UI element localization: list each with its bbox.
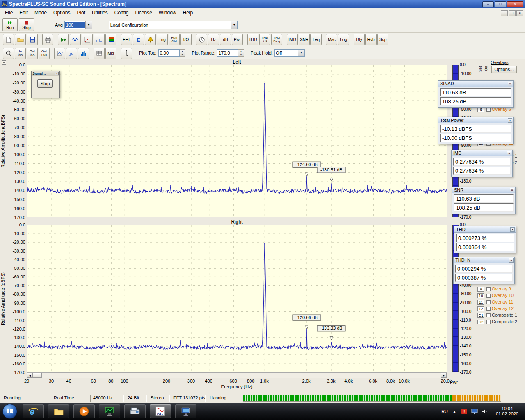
step-display-button[interactable]	[66, 48, 77, 59]
io-device-button[interactable]: I/O	[180, 34, 192, 45]
spectrogram-view-button[interactable]	[105, 34, 116, 45]
stop-button[interactable]: Stop	[19, 18, 34, 31]
tray-volume-icon[interactable]	[482, 408, 488, 415]
window-maximize-button[interactable]: □	[495, 1, 506, 7]
marker-button[interactable]: Mkr	[105, 48, 116, 59]
menu-edit[interactable]: Edit	[16, 9, 31, 17]
overlay-on-checkbox[interactable]	[486, 294, 491, 298]
scope-button[interactable]: Scp	[377, 34, 388, 45]
chevron-down-icon[interactable]: ▼	[298, 50, 304, 56]
menu-license[interactable]: License	[132, 9, 155, 17]
plot-horizontal-scrollbar[interactable]: ◄►	[27, 372, 447, 378]
scrollbar-thumb[interactable]	[33, 373, 42, 378]
spectraplus-button[interactable]: SC	[150, 404, 171, 418]
overlay-number-box[interactable]: 9	[477, 287, 484, 292]
network-monitor-button[interactable]	[99, 404, 120, 418]
fft-settings-button[interactable]: FFT	[121, 34, 132, 45]
menu-utilities[interactable]: Utilities	[89, 9, 111, 17]
imd-button[interactable]: IMD	[287, 34, 298, 45]
new-file-button[interactable]	[3, 34, 14, 45]
menu-plot[interactable]: Plot	[73, 9, 89, 17]
zoom-out-half-button[interactable]: Out½X	[27, 48, 38, 59]
imaging-app-button[interactable]	[124, 404, 146, 418]
phase-view-button[interactable]	[82, 34, 93, 45]
reverb-button[interactable]: Rvb	[365, 34, 377, 45]
peak-hold-combo[interactable]: Off▼	[274, 49, 305, 57]
signal-dialog-close-icon[interactable]: ×	[55, 72, 59, 75]
zoom-in-half-button[interactable]: In½X	[15, 48, 26, 59]
tray-display-icon[interactable]	[471, 408, 478, 415]
overlay-on-checkbox[interactable]	[486, 107, 491, 112]
overlay-number-box[interactable]: 12	[477, 306, 484, 311]
thd-button[interactable]: THD	[247, 34, 258, 45]
plot-top-spinner[interactable]: ▲▼	[180, 49, 185, 57]
overlay-on-checkbox[interactable]	[486, 313, 491, 317]
media-player-button[interactable]	[73, 404, 95, 418]
menu-file[interactable]: File	[2, 9, 16, 17]
tray-expand-icon[interactable]: ▲	[453, 410, 456, 413]
print-button[interactable]	[42, 34, 53, 45]
panel-thd-n-close-icon[interactable]: ×	[509, 258, 514, 262]
zoom-out-full-button[interactable]: OutFull	[39, 48, 50, 59]
spectrum-view-button[interactable]	[94, 34, 105, 45]
plot-top-input[interactable]: 0.00	[158, 49, 180, 57]
panel-sinad-close-icon[interactable]: ×	[508, 82, 512, 86]
scroll-left-button[interactable]: ◄	[27, 373, 33, 378]
overlay-on-checkbox[interactable]	[486, 287, 491, 291]
internet-explorer-button[interactable]: e	[23, 404, 44, 418]
collapse-plot-button[interactable]: −	[2, 60, 6, 65]
logging-button[interactable]: Log	[338, 34, 349, 45]
save-button[interactable]	[27, 34, 38, 45]
signal-stop-button[interactable]: Stop	[37, 79, 53, 88]
load-configuration-combo[interactable]: Load Configuration ▼	[109, 21, 238, 29]
overlay-number-box[interactable]: C1	[477, 313, 484, 318]
run-button[interactable]: Run	[2, 18, 18, 31]
mdi-minimize-button[interactable]: −	[501, 10, 508, 16]
snr-button[interactable]: SNR	[299, 34, 310, 45]
menu-help[interactable]: Help	[180, 9, 196, 17]
menu-window[interactable]: Window	[155, 9, 180, 17]
windows-explorer-button[interactable]	[48, 404, 69, 418]
scroll-right-button[interactable]: ►	[441, 373, 447, 378]
language-indicator[interactable]: RU	[441, 409, 448, 414]
menu-config[interactable]: Config	[111, 9, 132, 17]
data-readout-button[interactable]	[94, 48, 105, 59]
line-display-button[interactable]	[54, 48, 65, 59]
menu-options[interactable]: Options	[50, 9, 73, 17]
zoom-button[interactable]	[3, 48, 14, 59]
left-spectrum-plot[interactable]: -124.60 dB-130.51 dB	[27, 65, 447, 217]
overlay-options-button[interactable]: Options...	[491, 66, 517, 73]
frequency-units-button[interactable]: Hz	[208, 34, 219, 45]
run-control-button[interactable]: RunCtrl	[169, 34, 180, 45]
overlay-number-box[interactable]: 11	[477, 300, 484, 305]
open-file-button[interactable]	[15, 34, 26, 45]
right-spectrum-plot[interactable]: -120.66 dB-133.33 dB	[27, 225, 447, 372]
taskbar-clock[interactable]: 10:0401.02.2020	[496, 406, 518, 417]
overlay-on-checkbox[interactable]	[486, 320, 491, 324]
thd-freq-button[interactable]: THDFreq	[271, 34, 282, 45]
vertical-range-button[interactable]	[121, 48, 132, 59]
averages-combo[interactable]: 100 ▼	[64, 21, 92, 29]
menu-mode[interactable]: Mode	[31, 9, 50, 17]
window-close-button[interactable]: ×	[507, 1, 523, 7]
histogram-display-button[interactable]	[78, 48, 89, 59]
overlay-number-box[interactable]: 10	[477, 293, 484, 298]
power-button[interactable]: Pwr	[232, 34, 243, 45]
tray-alert-icon[interactable]: !	[461, 408, 468, 415]
plot-range-input[interactable]: 170.0	[217, 49, 238, 57]
window-minimize-button[interactable]: −	[482, 1, 494, 7]
start-button[interactable]	[2, 404, 17, 419]
mdi-restore-button[interactable]: □	[509, 10, 516, 16]
trigger-button[interactable]: Trig	[157, 34, 168, 45]
chevron-down-icon[interactable]: ▼	[85, 21, 92, 29]
run-analyzer-button[interactable]	[58, 34, 69, 45]
amplitude-units-button[interactable]: dB	[220, 34, 231, 45]
panel-snr-close-icon[interactable]: ×	[510, 188, 514, 192]
panel-imd-close-icon[interactable]: ×	[507, 151, 511, 155]
timer-button[interactable]	[196, 34, 207, 45]
leq-button[interactable]: Leq	[310, 34, 322, 45]
overlay-on-checkbox[interactable]	[486, 300, 491, 304]
mdi-close-button[interactable]: ×	[516, 10, 523, 16]
weighting-button[interactable]	[145, 34, 156, 45]
panel-total-power-close-icon[interactable]: ×	[508, 118, 512, 123]
